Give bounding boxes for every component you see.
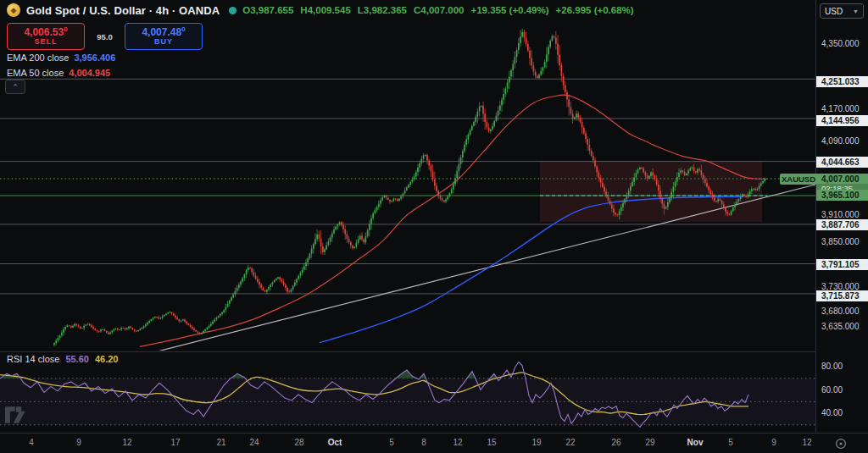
ohlc-change: +19.355 (+0.49%) [470,5,548,15]
time-axis-label: 9 [76,438,81,447]
level-price-label: 4,251.033 [816,76,868,87]
rsi-canvas[interactable] [0,352,815,434]
level-price-label: 3,791.105 [816,259,868,270]
price-tick-label: 3,850.000 [816,236,868,247]
time-axis-label: 26 [611,438,620,447]
buy-label: BUY [154,38,173,46]
tradingview-logo [5,406,31,423]
candlestick-series [53,29,765,346]
rsi-tick-label: 60.00 [816,384,868,395]
spread-value: 95.0 [85,32,125,41]
chart-header: ◆ Gold Spot / U.S. Dollar · 4h · OANDA O… [7,3,634,18]
ema200-legend[interactable]: EMA 200 close 3,956.406 [7,52,115,63]
currency-selector[interactable]: USD ▼ [820,3,864,19]
level-price-label: 3,887.706 [816,219,868,230]
market-status-icon[interactable] [229,7,236,14]
rsi-tick-label: 40.00 [816,407,868,418]
ema50-value: 4,004.945 [69,68,110,78]
ema50-legend[interactable]: EMA 50 close 4,004.945 [7,68,110,78]
time-axis-label: 12 [453,438,462,447]
level-price-label: 4,144.956 [816,115,868,126]
rsi-tick-label: 80.00 [816,361,868,372]
sell-label: SELL [34,38,57,46]
time-axis-label: 12 [802,438,811,447]
rsi-label: RSI 14 close [7,354,59,364]
ema50-label: EMA 50 close [7,68,64,78]
time-axis-label: 5 [389,438,394,447]
currency-label: USD [825,7,843,16]
price-tick-label: 4,170.000 [816,103,868,114]
time-axis-label: 4 [29,438,34,447]
ohlc-open: O3,987.655 [242,5,293,15]
rsi-signal-value: 46.20 [95,354,119,364]
ema200-label: EMA 200 close [7,52,69,63]
symbol-logo-icon: ◆ [7,3,20,17]
rsi-pane[interactable]: RSI 14 close 55.60 46.20 [0,351,815,434]
price-axis[interactable]: USD ▼ 4,350.0004,251.0334,170.0004,144.9… [815,0,868,433]
legend-collapse-button[interactable]: ⌃ [5,80,25,94]
support-price-label: 3,965.100 [816,190,868,201]
price-tick-label: 4,350.000 [816,38,868,49]
time-axis-month-label: Oct [328,438,342,447]
ohlc-high: H4,009.545 [300,5,350,15]
settings-target-icon[interactable] [834,437,848,450]
ohlc-close: C4,007.000 [414,5,464,15]
sell-price: 4,006.530 [24,26,67,38]
time-axis-label: 22 [565,438,575,447]
time-axis-label: 8 [421,438,426,447]
buy-button[interactable]: 4,007.480 BUY [125,23,203,50]
time-axis-label: 5 [728,438,733,447]
time-axis-label: 28 [294,438,303,447]
level-price-label: 3,715.873 [816,290,868,301]
price-tick-label: 3,635.000 [816,321,868,332]
buy-price: 4,007.480 [142,26,185,38]
ohlc-change-2: +26.995 (+0.68%) [556,5,634,15]
chevron-down-icon: ▼ [853,8,859,14]
symbol-meta: · 4h · OANDA [149,4,220,17]
symbol-name: Gold Spot / U.S. Dollar [26,4,146,17]
ema200-value: 3,956.406 [74,52,115,63]
price-tick-label: 3,680.000 [816,306,868,317]
sell-button[interactable]: 4,006.530 SELL [7,23,85,50]
level-price-label: 4,044.663 [816,157,868,168]
time-axis-label: 9 [771,438,776,447]
price-chart-canvas[interactable] [0,0,815,351]
time-axis-label: 29 [645,438,654,447]
rsi-value: 55.60 [65,354,89,364]
symbol-title[interactable]: Gold Spot / U.S. Dollar · 4h · OANDA [26,4,220,17]
trade-panel: 4,006.530 SELL 95.0 4,007.480 BUY [7,23,203,50]
time-axis-label: 15 [487,438,496,447]
ohlc-readout: O3,987.655 H4,009.545 L3,982.365 C4,007.… [242,5,633,15]
price-tick-label: 4,090.000 [816,135,868,146]
rsi-legend: RSI 14 close 55.60 46.20 [7,354,118,364]
price-line-symbol-badge: XAUUSD [780,174,817,185]
time-axis-label: 24 [249,438,259,447]
time-axis-label: 12 [122,438,131,447]
time-axis-label: 21 [216,438,225,447]
price-chart-pane[interactable] [0,0,815,351]
time-axis-label: 17 [170,438,180,447]
ohlc-low: L3,982.365 [358,5,407,15]
time-axis[interactable]: 491217212428Oct58121519222629Nov5912 [0,433,868,453]
time-axis-month-label: Nov [687,438,704,447]
time-axis-label: 19 [531,438,541,447]
